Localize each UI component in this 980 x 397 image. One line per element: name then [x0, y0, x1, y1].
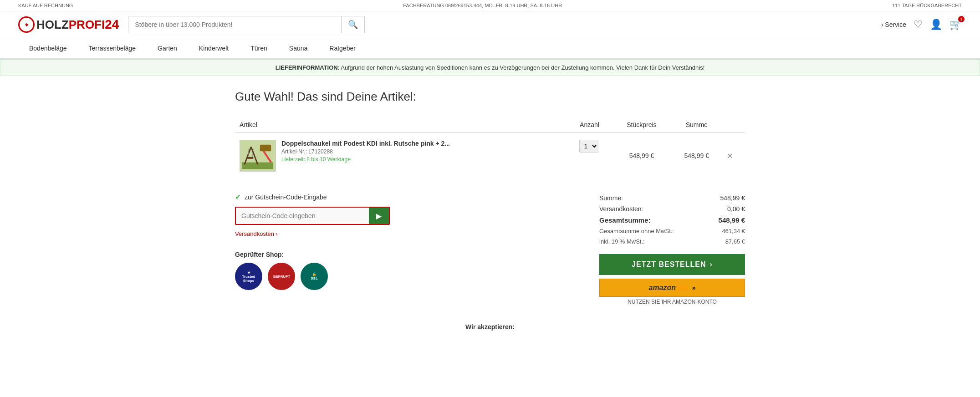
logo-24: 24 — [105, 17, 119, 32]
service-label: Service — [885, 21, 906, 28]
product-sku: Artikel-Nr.: L7120288 — [281, 148, 450, 155]
trust-title: Geprüfter Shop: — [235, 251, 581, 258]
coupon-section: ✔ zur Gutschein-Code-Eingabe ▶ Versandko… — [235, 193, 581, 237]
coupon-input-row: ▶ — [235, 207, 390, 225]
badge-geprueft: GEPRÜFT — [268, 263, 295, 290]
unit-price: 548,99 € — [612, 132, 671, 179]
summary-value-versand: 0,00 € — [727, 205, 745, 213]
cart-table: Artikel Anzahl Stückpreis Summe — [235, 117, 745, 179]
amazon-note: NUTZEN SIE IHR AMAZON-KONTO — [599, 299, 745, 305]
search-bar: 🔍 — [128, 16, 365, 33]
nav-item-bodenbelaege[interactable]: Bodenbeläge — [18, 38, 78, 58]
col-anzahl: Anzahl — [567, 117, 612, 132]
summary-row-gesamtsumme: Gesamtsumme: 548,99 € — [599, 214, 745, 226]
search-input[interactable] — [128, 16, 341, 33]
top-bar: KAUF AUF RECHNUNG FACHBERATUNG 069/26915… — [0, 0, 980, 11]
summary-value-summe: 548,99 € — [720, 194, 745, 202]
summary-value-mwst: 87,65 € — [725, 238, 745, 245]
amazon-arrows-icon: » — [692, 284, 696, 291]
summary-label-versand: Versandkosten: — [599, 205, 643, 213]
trust-badges: ★TrustedShops GEPRÜFT 🔒SSL — [235, 263, 581, 290]
bottom-section: ✔ zur Gutschein-Code-Eingabe ▶ Versandko… — [235, 193, 745, 305]
nav-item-kinderwelt[interactable]: Kinderwelt — [188, 38, 240, 58]
shipping-link[interactable]: Versandkosten › — [235, 230, 278, 237]
quantity-cell: 1 2 3 — [567, 132, 612, 160]
product-delivery: Lieferzeit: 8 bis 10 Werktage — [281, 156, 450, 163]
order-button[interactable]: JETZT BESTELLEN › — [599, 254, 745, 275]
product-name: Doppelschaukel mit Podest KDI inkl. Ruts… — [281, 140, 450, 147]
search-icon: 🔍 — [348, 20, 358, 29]
col-stueckpreis: Stückpreis — [612, 117, 671, 132]
summary-label-gesamtsumme: Gesamtsumme: — [599, 216, 651, 224]
summary-label-mwst: inkl. 19 % MwSt.: — [599, 238, 645, 245]
order-button-label: JETZT BESTELLEN — [632, 260, 706, 269]
main-nav: Bodenbeläge Terrassenbeläge Garten Kinde… — [0, 38, 980, 59]
table-row: Doppelschaukel mit Podest KDI inkl. Ruts… — [235, 132, 745, 179]
badge-trusted-shops: ★TrustedShops — [235, 263, 262, 290]
nav-item-sauna[interactable]: Sauna — [278, 38, 318, 58]
summary-row-mwst: inkl. 19 % MwSt.: 87,65 € — [599, 236, 745, 247]
service-link[interactable]: › Service — [881, 21, 906, 28]
account-button[interactable]: 👤 — [930, 19, 942, 31]
logo-circle: ◆ — [18, 16, 35, 33]
summary-value-ohne-mwst: 461,34 € — [722, 228, 745, 234]
topbar-right: 111 TAGE RÜCKGABERECHT — [892, 3, 962, 8]
summary-section: Summe: 548,99 € Versandkosten: 0,00 € Ge… — [599, 193, 745, 305]
trust-section: Geprüfter Shop: ★TrustedShops GEPRÜFT 🔒S… — [235, 251, 581, 290]
product-image — [240, 140, 276, 172]
summary-row-versand: Versandkosten: 0,00 € — [599, 204, 745, 214]
logo-profi: PROFI — [69, 18, 105, 32]
coupon-submit-button[interactable]: ▶ — [369, 208, 389, 224]
remove-cell: ✕ — [722, 132, 745, 179]
quantity-selector[interactable]: 1 2 3 — [579, 140, 600, 153]
main-content: Gute Wahl! Das sind Deine Artikel: Artik… — [217, 76, 763, 344]
badge-ssl: 🔒SSL — [301, 263, 328, 290]
col-remove — [722, 117, 745, 132]
cart-button[interactable]: 🛒 1 — [949, 19, 962, 31]
nav-item-garten[interactable]: Garten — [147, 38, 188, 58]
chevron-right-icon: › — [710, 260, 713, 269]
col-summe: Summe — [671, 117, 722, 132]
svg-rect-9 — [247, 157, 254, 159]
product-cell: Doppelschaukel mit Podest KDI inkl. Ruts… — [235, 132, 567, 179]
wishlist-button[interactable]: ♡ — [914, 19, 923, 31]
amazon-pay-button[interactable]: amazonpay » — [599, 279, 745, 297]
banner-bold: LIEFERINFORMATION — [276, 64, 338, 71]
product-info: Doppelschaukel mit Podest KDI inkl. Ruts… — [276, 140, 450, 163]
header-right: › Service ♡ 👤 🛒 1 — [881, 19, 962, 31]
topbar-center: FACHBERATUNG 069/269153-444, MO.-FR. 8-1… — [403, 3, 562, 8]
svg-rect-6 — [260, 145, 271, 152]
summary-value-gesamtsumme: 548,99 € — [719, 216, 745, 224]
accept-section: Wir akzeptieren: — [235, 323, 745, 331]
coupon-input[interactable] — [236, 208, 369, 224]
product-image-svg — [240, 140, 276, 172]
logo[interactable]: ◆ HOLZPROFI24 — [18, 16, 119, 33]
summary-label-summe: Summe: — [599, 194, 623, 202]
quantity-select[interactable]: 1 2 3 — [579, 140, 598, 153]
page-title: Gute Wahl! Das sind Deine Artikel: — [235, 90, 745, 104]
search-button[interactable]: 🔍 — [341, 16, 364, 33]
nav-item-terrassenbelaege[interactable]: Terrassenbeläge — [78, 38, 147, 58]
col-artikel: Artikel — [235, 117, 567, 132]
cart-badge: 1 — [958, 16, 965, 22]
accept-title: Wir akzeptieren: — [465, 323, 515, 331]
check-icon: ✔ — [235, 193, 241, 201]
logo-holz: HOLZ — [36, 18, 69, 32]
summary-row-summe: Summe: 548,99 € — [599, 193, 745, 204]
chevron-right-icon: › — [881, 21, 883, 28]
info-banner: LIEFERINFORMATION: Aufgrund der hohen Au… — [0, 59, 980, 76]
nav-item-tueren[interactable]: Türen — [240, 38, 278, 58]
nav-item-ratgeber[interactable]: Ratgeber — [318, 38, 367, 58]
remove-button[interactable]: ✕ — [727, 152, 733, 160]
header: ◆ HOLZPROFI24 🔍 › Service ♡ 👤 🛒 1 — [0, 11, 980, 38]
left-section: ✔ zur Gutschein-Code-Eingabe ▶ Versandko… — [235, 193, 581, 290]
line-sum: 548,99 € — [671, 132, 722, 179]
banner-text: : Aufgrund der hohen Auslastung von Sped… — [338, 64, 705, 71]
summary-label-ohne-mwst: Gesamtsumme ohne MwSt.: — [599, 228, 674, 234]
topbar-left: KAUF AUF RECHNUNG — [18, 3, 73, 8]
amazon-pay-icon: amazonpay — [649, 284, 689, 292]
coupon-toggle-label: zur Gutschein-Code-Eingabe — [245, 193, 327, 201]
coupon-toggle[interactable]: ✔ zur Gutschein-Code-Eingabe — [235, 193, 581, 201]
summary-row-ohne-mwst: Gesamtsumme ohne MwSt.: 461,34 € — [599, 226, 745, 236]
